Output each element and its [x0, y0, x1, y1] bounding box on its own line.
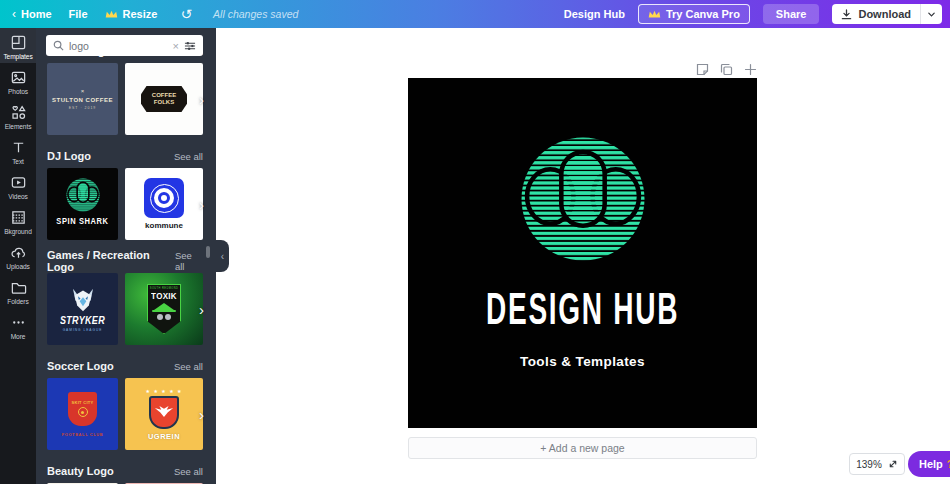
help-button[interactable]: Help ?	[908, 451, 950, 477]
templates-panel: × Coffee Logo See all × STULTON COFFEE	[36, 28, 216, 484]
share-button[interactable]: Share	[763, 4, 820, 24]
template-thumbnail-stulton[interactable]: × STULTON COFFEE EST · 2019	[47, 63, 118, 135]
home-button[interactable]: ‹ Home	[12, 7, 52, 21]
page-actions	[408, 63, 757, 76]
download-button[interactable]: Download	[832, 4, 920, 24]
download-options-button[interactable]	[920, 4, 942, 24]
add-notes-icon[interactable]	[696, 63, 709, 76]
sidebar-item-videos[interactable]: Videos	[0, 168, 36, 203]
template-thumbnail-coffee-folks[interactable]: COFFEE FOLKS	[125, 63, 203, 135]
section-title: Beauty Logo	[47, 465, 114, 477]
zoom-level: 139%	[856, 459, 882, 470]
crown-icon	[648, 9, 661, 19]
sidebar-item-uploads[interactable]: Uploads	[0, 238, 36, 273]
panel-scrollbar[interactable]	[206, 246, 210, 258]
section-title: DJ Logo	[47, 150, 91, 162]
canva-editor: ‹ Home File Resize ↺ All changes saved D…	[0, 0, 950, 484]
template-section-dj: DJ Logo See all SPI	[47, 149, 203, 240]
template-thumbnail-kommune[interactable]: kommune	[125, 168, 203, 240]
app-sidebar: Templates Photos Elements Text Videos Bk…	[0, 28, 36, 484]
sidebar-item-photos[interactable]: Photos	[0, 63, 36, 98]
search-box[interactable]: ×	[46, 35, 203, 56]
template-section-beauty: Beauty Logo See all	[47, 464, 203, 484]
template-thumbnail-ugrein[interactable]: ★ ★ ★ ★ ★ UGREIN	[125, 378, 203, 450]
shield-badge: SKIT CITY	[68, 392, 97, 426]
videos-icon	[10, 174, 27, 191]
design-workspace: DESIGN HUB Tools & Templates + Add a new…	[216, 28, 950, 484]
undo-button[interactable]: ↺	[180, 6, 192, 22]
sidebar-item-text[interactable]: Text	[0, 133, 36, 168]
design-hub-link[interactable]: Design Hub	[564, 8, 625, 20]
search-input[interactable]	[69, 40, 168, 52]
headphones-logo-icon	[520, 136, 646, 262]
crown-icon	[105, 9, 118, 19]
see-all-link[interactable]: See all	[174, 466, 203, 477]
undo-icon: ↺	[180, 6, 192, 22]
section-title: Soccer Logo	[47, 360, 114, 372]
download-button-group: Download	[832, 4, 942, 24]
design-title-text[interactable]: DESIGN HUB	[408, 284, 757, 322]
shield-badge	[149, 396, 179, 429]
template-section-coffee: Coffee Logo See all × STULTON COFFEE EST…	[47, 52, 203, 135]
sidebar-item-folders[interactable]: Folders	[0, 273, 36, 308]
shield-badge: SOUTH REDMOND TOXIK	[147, 284, 181, 334]
see-all-link[interactable]: See all	[174, 361, 203, 372]
see-all-link[interactable]: See all	[174, 151, 203, 162]
template-section-soccer: Soccer Logo See all SKIT CITY FOOTBALL C…	[47, 359, 203, 450]
elements-icon	[10, 104, 27, 121]
clear-search-icon[interactable]: ×	[173, 40, 179, 52]
fullscreen-icon	[888, 459, 898, 469]
template-thumbnail-spin-shark[interactable]: SPIN SHARK · · · · ·	[47, 168, 118, 240]
templates-icon	[10, 34, 27, 51]
text-icon	[10, 139, 27, 156]
try-canva-pro-button[interactable]: Try Canva Pro	[638, 4, 750, 24]
template-thumbnail-skit-city[interactable]: SKIT CITY FOOTBALL CLUB	[47, 378, 118, 450]
zoom-control[interactable]: 139%	[849, 453, 905, 475]
chevron-right-icon[interactable]: ›	[199, 91, 204, 108]
headphones-logo[interactable]	[520, 136, 646, 262]
search-icon	[53, 40, 64, 51]
add-new-page-button[interactable]: + Add a new page	[408, 437, 757, 459]
more-icon	[10, 314, 27, 331]
template-section-games: Games / Recreation Logo See all	[47, 254, 203, 345]
chevron-right-icon[interactable]: ›	[199, 406, 204, 423]
photos-icon	[10, 69, 27, 86]
eagle-icon	[153, 406, 175, 419]
save-status: All changes saved	[213, 8, 298, 20]
see-all-link[interactable]: See all	[175, 250, 203, 272]
download-icon	[841, 9, 852, 20]
template-thumbnail-toxik[interactable]: SOUTH REDMOND TOXIK	[125, 273, 203, 345]
panel-scroll-area[interactable]: Coffee Logo See all × STULTON COFFEE EST…	[36, 52, 216, 484]
chevron-right-icon[interactable]: ›	[199, 196, 204, 213]
file-menu-button[interactable]: File	[69, 8, 88, 20]
background-icon	[10, 209, 27, 226]
chevron-left-icon: ‹	[12, 7, 16, 21]
sidebar-item-templates[interactable]: Templates	[0, 28, 36, 63]
folders-icon	[10, 279, 27, 296]
section-title: Games / Recreation Logo	[47, 249, 175, 273]
sidebar-item-background[interactable]: Bkground	[0, 203, 36, 238]
add-page-icon[interactable]	[744, 63, 757, 76]
filter-icon[interactable]	[184, 40, 196, 52]
top-toolbar: ‹ Home File Resize ↺ All changes saved D…	[0, 0, 950, 28]
headphones-logo-icon	[66, 178, 100, 212]
template-thumbnail-stryker[interactable]: STRYKER GAMING LEAGUE	[47, 273, 118, 345]
resize-button[interactable]: Resize	[105, 8, 158, 20]
design-canvas-page[interactable]: DESIGN HUB Tools & Templates	[408, 78, 757, 428]
chevron-left-icon: ‹	[221, 251, 224, 262]
uploads-icon	[10, 244, 27, 261]
sidebar-item-more[interactable]: More	[0, 308, 36, 343]
stars-row: ★ ★ ★ ★ ★	[146, 388, 183, 394]
chevron-right-icon[interactable]: ›	[199, 301, 204, 318]
duplicate-page-icon[interactable]	[720, 63, 733, 76]
target-logo-icon	[144, 178, 184, 218]
collapse-panel-button[interactable]: ‹	[216, 240, 229, 272]
sidebar-item-elements[interactable]: Elements	[0, 98, 36, 133]
design-subtitle-text[interactable]: Tools & Templates	[408, 354, 757, 369]
chevron-down-icon	[927, 10, 936, 19]
wolf-logo-icon	[68, 287, 98, 314]
